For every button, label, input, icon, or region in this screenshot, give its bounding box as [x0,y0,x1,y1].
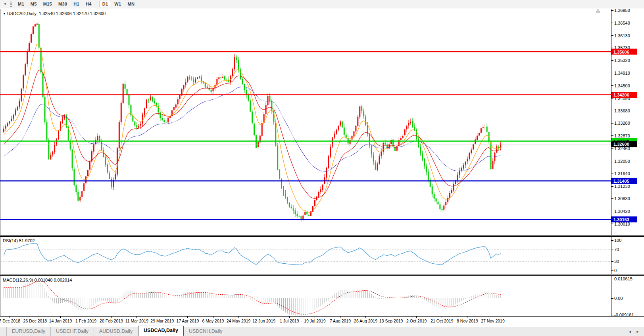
toolbar-dropdown-icon[interactable]: ▼ [1,2,9,7]
candle-body [334,134,335,138]
chart-shift-marker-icon[interactable] [596,9,600,12]
candle-body [75,185,77,192]
candle-body [234,57,235,69]
timeframe-button-w1[interactable]: W1 [111,1,124,7]
timeframe-button-d1[interactable]: D1 [99,1,111,7]
candle-body [424,159,425,166]
candle-body [340,122,341,126]
candle-body [330,147,331,156]
timeframe-button-m15[interactable]: M15 [40,1,55,7]
candle-body [420,147,421,153]
candle-body [97,136,98,140]
chart-tab-usdcad[interactable]: USDCAD,Daily [138,326,184,336]
macd-axis: 0.0106150.00-0.009181 [611,276,634,317]
chart-symbol-label: USDCAD,Daily [7,11,37,16]
candle-body [140,124,141,126]
candle-body [205,83,206,88]
candle-body [467,159,468,161]
candle-body [404,129,406,135]
candle-body [70,141,71,149]
candle-body [236,57,237,60]
candle-body [242,79,243,83]
timeframe-button-m30[interactable]: M30 [55,1,70,7]
candle-body [144,108,145,115]
rsi-axis: 10070300 [0,238,621,273]
candle-body [320,189,321,192]
timeframe-button-m1[interactable]: M1 [15,1,27,7]
timeframe-button-m5[interactable]: M5 [27,1,40,7]
candle-body [165,122,167,122]
candle-body [465,162,466,165]
candle-body [207,87,208,88]
date-tick-label: 19 Jul 2019 [304,319,325,323]
candle-body [163,120,165,122]
candle-body [58,130,59,139]
candle-body [232,69,233,76]
timeframe-button-h4[interactable]: H4 [83,1,95,7]
macd-signal-line [4,281,501,314]
date-tick-label: 1 Jul 2019 [280,319,299,323]
candle-body [441,209,442,210]
date-tick-label: 13 Sep 2019 [379,319,403,323]
toolbar-grip-handle[interactable] [10,2,12,7]
candle-body [379,156,380,164]
candle-body [344,127,345,135]
timeframe-button-mn[interactable]: MN [124,1,138,7]
chart-tab-eurusd[interactable]: EURUSD,Daily [6,327,51,336]
title-collapse-icon[interactable]: ▼ [3,12,6,15]
candle-body [406,126,408,129]
chart-tab-usdcnh[interactable]: USDCNH,Daily [184,327,228,336]
date-tick-label: 2 Oct 2019 [406,319,427,323]
candle-body [129,95,130,105]
candle-body [42,73,44,97]
candle-body [222,77,223,78]
candle-body [285,193,286,197]
candle-body [479,133,480,135]
candle-body [27,51,28,64]
hline-price-tag-label: 1.35606 [613,50,629,54]
date-tick-label: 11 Mar 2019 [125,319,148,323]
price-axis[interactable]: 1.369501.365401.361301.357301.353201.349… [611,8,630,226]
candle-body [173,107,175,110]
candle-body [258,142,259,147]
candle-body [265,105,267,114]
hline-price-tag-label: 1.30153 [613,217,629,222]
candle-body [199,77,200,77]
candle-body [457,175,458,180]
candle-body [304,212,306,215]
candle-body [342,122,343,127]
candle-body [109,173,110,178]
rsi-tick-label: 70 [614,247,619,252]
date-axis[interactable]: 7 Dec 201826 Dec 201814 Jan 20191 Feb 20… [0,317,505,324]
candle-body [150,97,151,100]
date-tick-label: 7 Dec 2018 [0,319,20,323]
chart-tab-audusd[interactable]: AUDUSD,Daily [94,327,138,336]
timeframe-button-h1[interactable]: H1 [70,1,83,7]
candle-body [328,156,329,168]
candle-body [38,24,40,47]
candle-body [148,100,149,100]
candle-body [363,111,364,116]
candle-body [408,123,409,126]
candle-body [451,190,452,193]
candle-body [459,171,460,175]
candle-body [308,215,310,216]
chart-tab-usdchf[interactable]: USDCHF,Daily [51,327,94,336]
tabs-scroll-left-icon[interactable]: ◄ [628,330,631,334]
date-tick-label: 8 Nov 2019 [457,319,478,323]
candle-body [37,23,38,25]
candle-body [127,89,128,95]
ma-18-line [4,70,501,198]
candle-body [17,107,18,110]
price-tick-label: 1.30420 [614,209,630,214]
candle-body [183,85,185,89]
candle-body [369,134,370,145]
candle-body [123,84,124,103]
tabs-scroll-right-icon[interactable]: ► [636,330,639,334]
candle-body [161,118,163,120]
chart-canvas[interactable]: 1.369501.365401.361301.357301.353201.349… [0,0,644,336]
candle-body [11,119,12,121]
candle-body [142,114,143,124]
candle-body [117,148,118,174]
candle-body [287,197,288,202]
